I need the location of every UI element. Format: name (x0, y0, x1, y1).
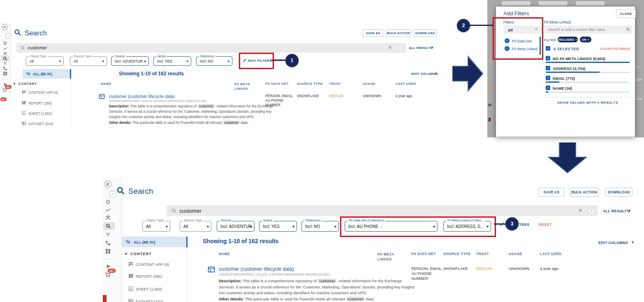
column-header-trust[interactable]: TRUST (329, 82, 341, 86)
filter-active[interactable]: Active Incl: YES ▾ (259, 221, 297, 232)
cell-source-type: SNOWFLAKE (443, 266, 468, 271)
facet-group-content[interactable]: ▾ CONTENT (14, 82, 37, 86)
sidebar-facet-all[interactable]: ALL (88.7K) (23, 69, 70, 79)
app-logo-icon[interactable]: K (2, 24, 8, 30)
value-bar-fill (546, 91, 548, 93)
help-icon[interactable]: ? (397, 45, 403, 51)
column-header-trust[interactable]: TRUST (476, 252, 489, 256)
filter-value-email[interactable]: EMAIL (775) (553, 76, 575, 81)
column-header-source-type[interactable]: SOURCE TYPE (443, 252, 470, 256)
download-button[interactable]: DOWNLOAD (605, 188, 632, 197)
column-header-last-used[interactable]: LAST USED (540, 252, 562, 256)
includes-pill[interactable]: INCLUDES◄ (558, 37, 578, 42)
column-header-name[interactable]: NAME (101, 82, 111, 86)
facet-sheet[interactable]: SHEET (1,684) (136, 287, 162, 291)
expand-sidebar-button[interactable]: › (6, 33, 11, 39)
filter-value-name[interactable]: NAME (34) (553, 86, 572, 91)
apps-grid-icon[interactable] (3, 71, 7, 76)
bulk-action-button[interactable]: BULK ACTION (570, 188, 599, 197)
column-header-last-used[interactable]: LAST USED (396, 82, 416, 86)
facet-group-content[interactable]: ▾ CONTENT (125, 252, 152, 256)
annotation-line-1 (271, 60, 286, 61)
cell-usage: UNKNOWN (509, 266, 529, 271)
backdrop-text-fragment: LAK (636, 78, 642, 81)
column-header-pii-meta-linked[interactable]: PII META LINKED (378, 252, 398, 262)
facet-dataset[interactable]: DATASET (244) (28, 122, 53, 126)
sheet-icon (128, 286, 133, 291)
other-details-text: This particular table is used for PowerB… (132, 121, 222, 125)
column-header-pii-data-det[interactable]: PII DATA DET (411, 252, 436, 256)
filter-source-type[interactable]: Source Type All ▾ (180, 221, 211, 232)
facet-dataset[interactable]: DATASET (244) (136, 299, 163, 302)
filter-funnel-icon[interactable] (105, 232, 111, 237)
filter-reference[interactable]: Reference Incl: NO ▾ (196, 56, 232, 66)
search-input[interactable] (167, 205, 598, 216)
panel-filter-label: FILTER: (544, 38, 557, 42)
filter-object-type[interactable]: Object Type All ▾ (26, 56, 64, 66)
filter-active[interactable]: Active Incl: YES ▾ (153, 56, 191, 66)
trend-icon[interactable] (105, 207, 111, 213)
filter-value-no-pii-meta-linked[interactable]: NO PII META LINKED (5,604) (553, 56, 605, 61)
clear-search-icon[interactable]: ✕ (388, 45, 392, 50)
cart-icon[interactable] (104, 272, 111, 278)
edit-columns-button[interactable]: EDIT COLUMNS (411, 72, 438, 76)
facet-content-app[interactable]: CONTENT APP (4) (136, 262, 169, 267)
expand-sidebar-button[interactable]: › (109, 191, 116, 197)
or-pill[interactable]: OR◄ (580, 37, 591, 42)
facet-report[interactable]: REPORT (286) (136, 274, 162, 279)
chevron-down-icon: ▾ (250, 224, 252, 229)
hierarchy-icon[interactable] (105, 240, 111, 246)
facet-sheet[interactable]: SHEET (1,684) (28, 112, 52, 116)
column-header-name[interactable]: NAME (219, 252, 230, 256)
edit-columns-button[interactable]: EDIT COLUMNS (598, 241, 628, 245)
all-results-dropdown[interactable]: ALL RESULTS (409, 46, 433, 50)
filter-object-type[interactable]: Object Type All ▾ (142, 221, 170, 232)
value-checkbox[interactable]: ✓ (546, 86, 550, 90)
filter-funnel-icon[interactable] (3, 61, 7, 66)
value-checkbox[interactable]: ✓ (546, 76, 550, 80)
sidebar-facet-all[interactable]: ALL (88.7K) (121, 237, 186, 247)
filter-label: Source Type (73, 55, 93, 58)
all-results-dropdown[interactable]: ALL RESULTS (603, 209, 629, 213)
home-icon[interactable] (3, 41, 7, 45)
facet-report[interactable]: REPORT (286) (28, 101, 52, 105)
reset-button[interactable]: RESET (539, 223, 552, 227)
app-logo-icon[interactable]: K (104, 181, 111, 188)
facet-content-app[interactable]: CONTENT APP (4) (28, 91, 58, 95)
filter-reference[interactable]: Reference Incl: NO ▾ (301, 221, 339, 232)
show-values-link[interactable]: SHOW VALUES WITH 0 RESULTS (544, 101, 631, 105)
column-header-usage[interactable]: USAGE (363, 82, 375, 86)
select-all-checkbox[interactable]: ✓ (546, 46, 550, 51)
home-icon[interactable] (105, 199, 111, 204)
column-header-pii-data-det[interactable]: PII DATA DET (265, 82, 289, 86)
value-checkbox[interactable]: ✓ (546, 66, 550, 70)
save-as-button[interactable]: SAVE AS (539, 188, 564, 197)
download-button[interactable]: DOWNLOAD (414, 29, 437, 37)
search-nav-icon[interactable] (3, 56, 7, 61)
filter-source[interactable]: Source Incl: ADVENTUR... ▾ (111, 56, 149, 66)
close-button[interactable]: CLOSE (616, 9, 636, 18)
column-header-source-type[interactable]: SOURCE TYPE (297, 82, 323, 86)
trend-icon[interactable] (3, 46, 7, 51)
filter-source-type[interactable]: Source Type All ▾ (70, 56, 107, 66)
cart-badge: 99+ (5, 85, 12, 89)
column-header-pii-meta-linked[interactable]: PII META LINKED (234, 82, 253, 91)
edit-filters-button[interactable]: TERS (519, 223, 530, 227)
bulk-action-button[interactable]: BULK ACTION (386, 29, 411, 37)
search-nav-icon[interactable] (106, 223, 111, 229)
apps-grid-icon[interactable] (105, 249, 111, 254)
value-checkbox[interactable]: ✓ (546, 56, 550, 60)
cluster-icon[interactable] (105, 215, 111, 220)
filter-source[interactable]: Source Incl: ADVENTUR... ▾ (217, 221, 255, 232)
hierarchy-icon[interactable] (3, 66, 7, 71)
save-as-button[interactable]: SAVE AS (363, 29, 383, 37)
search-input[interactable] (16, 43, 406, 53)
result-name-link[interactable]: customer (customer lifecycle data) (219, 266, 294, 272)
filter-value-address[interactable]: ADDRESS (3,704) (553, 66, 585, 71)
help-icon[interactable]: ? (588, 208, 595, 214)
result-name-link[interactable]: customer (customer lifecycle data) (109, 94, 175, 99)
clear-filters-button[interactable]: CLEAR FILTER(S) (593, 47, 630, 51)
column-header-usage[interactable]: USAGE (509, 252, 522, 256)
clear-search-icon[interactable]: ✕ (578, 207, 583, 214)
cell-pii-data-det: PERSON, EMAIL, AU PHONE NUMBER (265, 94, 295, 107)
